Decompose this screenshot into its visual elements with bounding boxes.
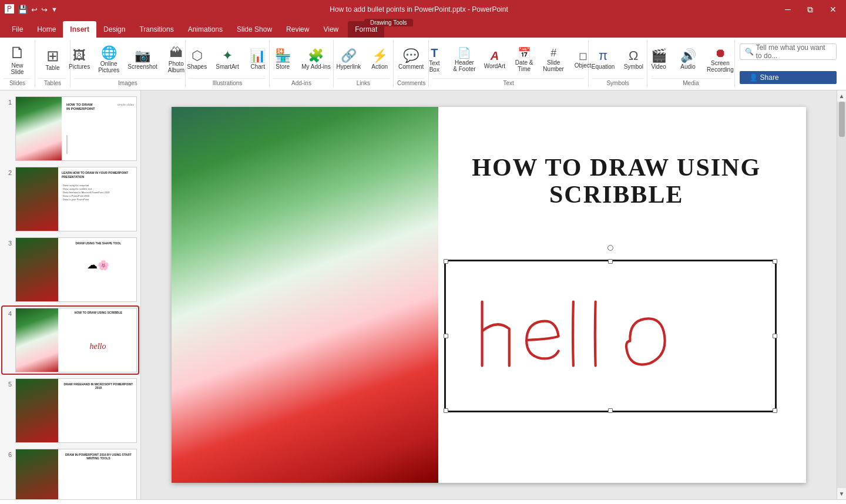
action-icon: ⚡ (372, 49, 388, 62)
title-bar-left: 🅿 💾 ↩ ↪ ▼ (5, 4, 58, 15)
header-footer-button[interactable]: 📄 Header& Footer (449, 46, 479, 74)
ribbon-tabs: File Home Insert Design Transitions Anim… (0, 19, 846, 38)
symbol-icon: Ω (629, 49, 638, 62)
powerpoint-icon: 🅿 (5, 4, 14, 15)
new-slide-button[interactable]: 🗋 NewSlide (2, 42, 33, 78)
hello-scribble-svg (462, 269, 758, 404)
tab-view[interactable]: View (316, 21, 345, 38)
slide-num-1: 1 (4, 96, 12, 106)
equation-button[interactable]: π Equation (588, 48, 618, 72)
screenshot-button[interactable]: 📷 Screenshot (124, 48, 161, 72)
handle-ml[interactable] (444, 334, 448, 338)
audio-icon: 🔊 (680, 49, 696, 62)
ribbon-group-symbols: π Equation Ω Symbol Symbols (589, 40, 647, 88)
slide-canvas: HOW TO DRAW USING SCRIBBLE (172, 107, 806, 483)
scroll-track[interactable] (837, 102, 846, 488)
symbol-button[interactable]: Ω Symbol (619, 48, 647, 72)
images-group-label: Images (74, 78, 182, 86)
slide-thumb-1[interactable]: 1 HOW TO DRAWIN POWERPOINT simple slides (2, 95, 138, 162)
slide-num-6: 6 (4, 449, 12, 458)
tab-slideshow[interactable]: Slide Show (230, 21, 279, 38)
slide-panel: 1 HOW TO DRAWIN POWERPOINT simple slides… (0, 90, 141, 499)
wordart-button[interactable]: A WordArt (481, 48, 509, 71)
screen-recording-button[interactable]: ⏺ ScreenRecording (703, 45, 737, 75)
close-button[interactable]: ✕ (825, 5, 841, 15)
title-bar-controls: ─ ⧉ ✕ (780, 5, 841, 15)
slide-thumb-4[interactable]: 4 HOW TO DRAW USING SCRIBBLE hello (2, 307, 138, 374)
handle-tr[interactable] (773, 259, 777, 264)
video-button[interactable]: 🎬 Video (644, 48, 673, 72)
online-pictures-button[interactable]: 🌐 OnlinePictures (95, 45, 123, 75)
slides-group-label: Slides (4, 78, 31, 86)
drawing-box[interactable] (444, 260, 777, 412)
wordart-icon: A (491, 50, 499, 62)
slide-thumb-3[interactable]: 3 DRAW USING THE SHAPE TOOL ☁ 🌸 (2, 236, 138, 303)
tab-review[interactable]: Review (279, 21, 316, 38)
shapes-button[interactable]: ⬡ Shapes (183, 48, 211, 72)
share-button[interactable]: 👤 Share (740, 71, 837, 84)
action-button[interactable]: ⚡ Action (365, 48, 394, 72)
slide-preview-5: DRAW FREEHAND IN MICROSOFT POWERPOINT 20… (15, 378, 137, 443)
ribbon-group-illustrations: ⬡ Shapes ✦ SmartArt 📊 Chart Illustration… (186, 40, 270, 88)
main-layout: 1 HOW TO DRAWIN POWERPOINT simple slides… (0, 90, 846, 499)
search-placeholder: Tell me what you want to do... (756, 43, 831, 60)
handle-mr[interactable] (773, 334, 777, 338)
restore-button[interactable]: ⧉ (803, 5, 818, 15)
pictures-button[interactable]: 🖼 Pictures (65, 48, 93, 72)
tab-file[interactable]: File (5, 21, 30, 38)
date-time-button[interactable]: 📅 Date &Time (510, 46, 538, 74)
slide-thumb-5[interactable]: 5 DRAW FREEHAND IN MICROSOFT POWERPOINT … (2, 377, 138, 444)
search-box[interactable]: 🔍 Tell me what you want to do... (740, 43, 837, 60)
textbox-icon: T (431, 47, 438, 59)
comment-icon: 💬 (403, 49, 419, 62)
addins-group-label: Add-ins (273, 78, 330, 86)
minimize-button[interactable]: ─ (780, 5, 795, 15)
scroll-up-button[interactable]: ▲ (837, 90, 846, 102)
tab-insert[interactable]: Insert (63, 21, 96, 38)
slide-num-4: 4 (4, 308, 12, 317)
online-pictures-icon: 🌐 (101, 46, 117, 59)
handle-tl[interactable] (444, 259, 448, 264)
chart-icon: 📊 (250, 49, 266, 62)
chart-button[interactable]: 📊 Chart (244, 48, 272, 72)
ribbon-group-media: 🎬 Video 🔊 Audio ⏺ ScreenRecording Media (647, 40, 734, 88)
ribbon-tabs-container: Drawing Tools File Home Insert Design Tr… (0, 19, 846, 38)
object-icon: ◻ (579, 51, 588, 61)
redo-icon[interactable]: ↪ (41, 5, 48, 14)
tab-transitions[interactable]: Transitions (132, 21, 180, 38)
handle-bm[interactable] (608, 408, 613, 413)
handle-bl[interactable] (444, 408, 448, 413)
audio-button[interactable]: 🔊 Audio (674, 48, 702, 72)
slide-background-left (172, 107, 438, 483)
vertical-scrollbar: ▲ ▼ (837, 90, 846, 499)
ribbon-group-addins: 🏪 Store 🧩 My Add-ins Add-ins (270, 40, 334, 88)
tab-animations[interactable]: Animations (181, 21, 230, 38)
new-slide-icon: 🗋 (9, 45, 26, 61)
customize-icon[interactable]: ▼ (51, 6, 58, 13)
slide-thumb-2[interactable]: 2 LEARN HOW TO DRAW IN YOUR POWERPOINT P… (2, 166, 138, 233)
scroll-down-button[interactable]: ▼ (837, 488, 846, 499)
slide-thumb-6[interactable]: 6 DRAW IN POWERPOINT 2016 BY USING START… (2, 448, 138, 499)
my-addins-button[interactable]: 🧩 My Add-ins (298, 48, 334, 72)
share-icon: 👤 (749, 73, 758, 82)
scroll-thumb[interactable] (839, 102, 845, 137)
undo-icon[interactable]: ↩ (31, 5, 38, 14)
tab-design[interactable]: Design (96, 21, 132, 38)
hyperlink-button[interactable]: 🔗 Hyperlink (333, 48, 365, 72)
handle-tm[interactable] (608, 259, 613, 264)
screen-recording-icon: ⏺ (714, 47, 726, 59)
rotation-handle[interactable] (607, 245, 613, 251)
table-button[interactable]: ⊞ Table (38, 46, 68, 73)
slide-num-5: 5 (4, 378, 12, 388)
smartart-button[interactable]: ✦ SmartArt (212, 48, 242, 72)
slide-preview-1: HOW TO DRAWIN POWERPOINT simple slides (15, 96, 137, 161)
symbols-group-label: Symbols (592, 78, 643, 86)
handle-br[interactable] (773, 408, 777, 413)
screenshot-icon: 📷 (135, 49, 150, 62)
shapes-icon: ⬡ (192, 49, 203, 62)
textbox-button[interactable]: T TextBox (420, 45, 448, 75)
tab-home[interactable]: Home (30, 21, 63, 38)
slide-number-button[interactable]: # SlideNumber (539, 46, 568, 74)
save-icon[interactable]: 💾 (18, 5, 28, 14)
store-button[interactable]: 🏪 Store (268, 48, 297, 72)
